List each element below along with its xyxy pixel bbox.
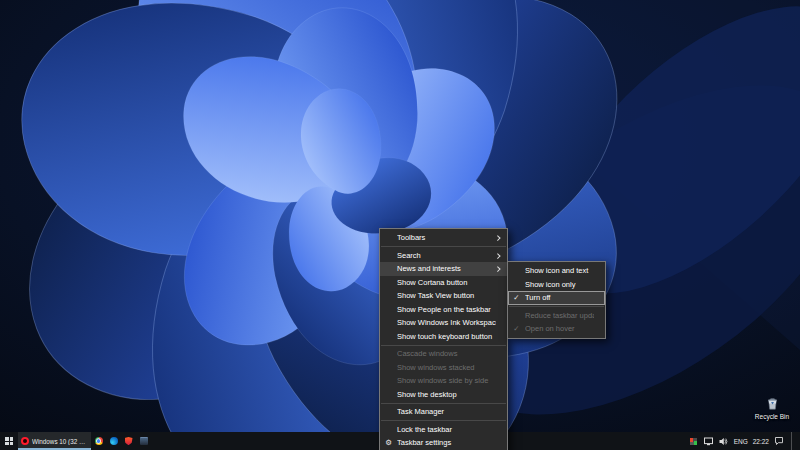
- menu-item-show-icon-only[interactable]: Show icon only: [508, 278, 605, 292]
- display-tray-icon[interactable]: [704, 434, 714, 448]
- menu-item-label: Search: [397, 251, 496, 260]
- menu-item-label: Task Manager: [397, 407, 496, 416]
- show-desktop-strip[interactable]: [791, 432, 796, 450]
- menu-item-label: Show icon and text: [525, 266, 594, 275]
- taskbar-button-app[interactable]: [136, 432, 151, 450]
- taskbar-button-brave[interactable]: [121, 432, 136, 450]
- menu-separator: [381, 420, 506, 421]
- language-indicator[interactable]: ENG: [734, 438, 748, 445]
- menu-item-label: Show the desktop: [397, 390, 496, 399]
- menu-item-label: News and interests: [397, 264, 496, 273]
- menu-item-label: Toolbars: [397, 233, 496, 242]
- menu-item-cascade-windows[interactable]: Cascade windows: [380, 347, 507, 361]
- menu-item-show-touch-keyboard-button[interactable]: Show touch keyboard button: [380, 330, 507, 344]
- menu-item-show-cortana-button[interactable]: Show Cortana button: [380, 276, 507, 290]
- recycle-bin-label: Recycle Bin: [755, 413, 789, 420]
- menu-item-label: Turn off: [525, 293, 594, 302]
- taskbar-context-menu: Toolbars Search News and interests Show …: [379, 228, 508, 450]
- menu-item-label: Show Windows Ink Workspace button: [397, 318, 496, 327]
- colored-squares-icon: [690, 438, 697, 445]
- checkmark-icon: ✓: [508, 322, 525, 336]
- volume-icon: [719, 437, 728, 446]
- menu-item-task-manager[interactable]: Task Manager: [380, 405, 507, 419]
- menu-item-label: Cascade windows: [397, 349, 496, 358]
- start-button[interactable]: [0, 432, 18, 450]
- submenu-arrow-icon: [495, 266, 500, 271]
- recycle-bin-icon[interactable]: Recycle Bin: [750, 396, 794, 420]
- menu-item-toolbars[interactable]: Toolbars: [380, 231, 507, 245]
- menu-item-news-and-interests[interactable]: News and interests: [380, 262, 507, 276]
- menu-item-label: Show Task View button: [397, 291, 496, 300]
- menu-item-label: Lock the taskbar: [397, 425, 496, 434]
- taskbar-button-edge[interactable]: [106, 432, 121, 450]
- news-and-interests-submenu: Show icon and text Show icon only ✓ Turn…: [507, 261, 606, 339]
- checkmark-icon: ✓: [508, 291, 525, 305]
- taskbar-button-label: Windows 10 (32 & 64 ...: [32, 438, 88, 445]
- menu-item-show-windows-stacked[interactable]: Show windows stacked: [380, 361, 507, 375]
- menu-separator: [381, 345, 506, 346]
- edge-icon: [110, 437, 118, 445]
- menu-item-label: Show Cortana button: [397, 278, 496, 287]
- menu-item-label: Reduce taskbar updates: [525, 311, 594, 320]
- display-icon: [704, 437, 713, 446]
- menu-item-reduce-taskbar-updates[interactable]: Reduce taskbar updates: [508, 309, 605, 323]
- desktop: Recycle Bin Toolbars Search News and int…: [0, 0, 800, 450]
- recycle-bin-glyph: [765, 396, 780, 411]
- clock[interactable]: 22:22: [753, 438, 769, 445]
- app-icon: [140, 437, 148, 445]
- gear-icon: ⚙: [380, 436, 397, 450]
- submenu-arrow-icon: [495, 253, 500, 258]
- menu-item-label: Show windows stacked: [397, 363, 496, 372]
- chrome-icon: [95, 437, 103, 445]
- menu-item-show-people-on-the-taskbar[interactable]: Show People on the taskbar: [380, 303, 507, 317]
- menu-item-show-icon-and-text[interactable]: Show icon and text: [508, 264, 605, 278]
- submenu-arrow-icon: [495, 235, 500, 240]
- brave-icon: [125, 437, 133, 446]
- taskbar-button-opera-window[interactable]: Windows 10 (32 & 64 ...: [18, 432, 91, 450]
- menu-item-open-on-hover[interactable]: ✓ Open on hover: [508, 322, 605, 336]
- menu-item-lock-the-taskbar[interactable]: Lock the taskbar: [380, 423, 507, 437]
- opera-icon: [21, 437, 29, 445]
- menu-item-show-windows-ink-workspace-button[interactable]: Show Windows Ink Workspace button: [380, 316, 507, 330]
- menu-item-label: Show windows side by side: [397, 376, 496, 385]
- menu-item-taskbar-settings[interactable]: ⚙ Taskbar settings: [380, 436, 507, 450]
- action-center-icon: [774, 436, 784, 446]
- menu-separator: [509, 306, 604, 307]
- volume-tray-icon[interactable]: [719, 434, 729, 448]
- tray-app-icon[interactable]: [689, 434, 699, 448]
- menu-item-label: Show touch keyboard button: [397, 332, 496, 341]
- menu-item-show-task-view-button[interactable]: Show Task View button: [380, 289, 507, 303]
- menu-separator: [381, 403, 506, 404]
- menu-item-search[interactable]: Search: [380, 249, 507, 263]
- menu-item-label: Open on hover: [525, 324, 594, 333]
- system-tray: ENG 22:22: [689, 432, 800, 450]
- taskbar-button-chrome[interactable]: [91, 432, 106, 450]
- menu-item-label: Show People on the taskbar: [397, 305, 496, 314]
- menu-item-label: Show icon only: [525, 280, 594, 289]
- menu-separator: [381, 246, 506, 247]
- windows-logo-icon: [5, 437, 13, 445]
- menu-item-label: Taskbar settings: [397, 438, 496, 447]
- menu-item-show-the-desktop[interactable]: Show the desktop: [380, 388, 507, 402]
- menu-item-turn-off[interactable]: ✓ Turn off: [508, 291, 605, 305]
- menu-item-show-windows-side-by-side[interactable]: Show windows side by side: [380, 374, 507, 388]
- action-center-button[interactable]: [774, 434, 784, 448]
